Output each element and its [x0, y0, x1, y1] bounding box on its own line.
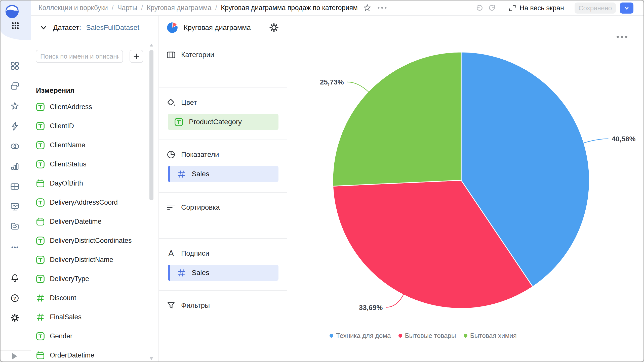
- rail-charts-icon[interactable]: [10, 161, 20, 171]
- field-name: Discount: [50, 294, 76, 302]
- string-field-icon: [36, 198, 45, 207]
- pie-chart: 40,58%33,69%25,73%: [287, 16, 644, 362]
- legend-item[interactable]: Бытовые товары: [398, 332, 456, 340]
- field-row[interactable]: OrderDatetime: [31, 346, 148, 361]
- scroll-up-icon[interactable]: [150, 44, 153, 47]
- settings-gear-icon[interactable]: [10, 313, 20, 323]
- color-field-chip[interactable]: ProductCategory: [168, 114, 278, 130]
- field-name: DeliveryAddressCoord: [50, 199, 118, 206]
- string-field-icon: [36, 332, 45, 341]
- field-row[interactable]: Discount: [31, 288, 148, 307]
- rail-divider: [1, 350, 31, 351]
- chart-type-header: Круговая диаграмма: [159, 16, 287, 40]
- field-row[interactable]: FinalSales: [31, 307, 148, 327]
- scroll-down-icon[interactable]: [150, 357, 153, 360]
- help-icon[interactable]: ?: [10, 293, 20, 303]
- string-field-icon: [36, 141, 45, 150]
- measure-field-chip[interactable]: Sales: [168, 166, 278, 182]
- labels-field-name: Sales: [192, 269, 209, 277]
- pie-slice[interactable]: [333, 52, 461, 186]
- field-row[interactable]: DayOfBirth: [31, 174, 148, 193]
- field-row[interactable]: DeliveryDistrictName: [31, 250, 148, 269]
- field-name: DeliveryDistrictCoordinates: [50, 237, 132, 245]
- string-field-icon: [36, 121, 45, 131]
- field-row[interactable]: DeliveryAddressCoord: [31, 193, 148, 212]
- section-filters[interactable]: Фильтры: [159, 291, 287, 340]
- pie-label-line: [347, 82, 369, 92]
- pie-percent-label: 33,69%: [359, 304, 383, 311]
- fullscreen-label[interactable]: На весь экран: [519, 4, 564, 12]
- rail-datasets-icon[interactable]: [10, 141, 20, 151]
- breadcrumb-more-icon[interactable]: [377, 6, 387, 9]
- filters-label: Фильтры: [181, 301, 210, 309]
- datalens-logo-icon[interactable]: [4, 4, 20, 20]
- legend-item[interactable]: Бытовая химия: [464, 332, 517, 340]
- pie-label-line: [583, 139, 608, 143]
- redo-icon[interactable]: [488, 4, 497, 13]
- rail-quick-actions-icon[interactable]: [10, 121, 20, 131]
- breadcrumb-item[interactable]: Коллекции и воркбуки: [38, 4, 108, 12]
- saved-button[interactable]: Сохранено: [575, 3, 616, 14]
- field-row[interactable]: ClientStatus: [31, 155, 148, 174]
- breadcrumb: Коллекции и воркбуки/Чарты/Круговая диаг…: [38, 4, 358, 12]
- rail-widgets-icon[interactable]: [10, 61, 20, 71]
- dataset-collapse-icon[interactable]: [39, 24, 48, 32]
- field-row[interactable]: DeliveryDistrictCoordinates: [31, 231, 148, 250]
- apps-grid-icon[interactable]: [10, 21, 21, 31]
- breadcrumb-separator: /: [141, 4, 143, 12]
- favorite-star-icon[interactable]: [363, 3, 372, 12]
- dataset-name-link[interactable]: SalesFullDataset: [86, 24, 139, 32]
- field-row[interactable]: ClientID: [31, 116, 148, 135]
- dataset-panel: Датасет: SalesFullDataset Измерения Clie…: [31, 16, 159, 361]
- add-field-button[interactable]: [130, 50, 143, 63]
- section-color[interactable]: Цвет ProductCategory: [159, 88, 287, 140]
- notifications-bell-icon[interactable]: [10, 273, 20, 283]
- rail-storage-icon[interactable]: [10, 221, 20, 231]
- number-field-icon: [36, 293, 45, 303]
- rail-favorites-icon[interactable]: [10, 101, 20, 111]
- chart-settings-gear-icon[interactable]: [269, 22, 279, 33]
- measures-label: Показатели: [181, 151, 219, 159]
- chevron-down-icon: [623, 5, 630, 11]
- field-row[interactable]: DeliveryType: [31, 269, 148, 288]
- field-row[interactable]: Gender: [31, 327, 148, 346]
- field-row[interactable]: ClientName: [31, 135, 148, 155]
- field-name: FinalSales: [50, 313, 82, 321]
- dataset-label: Датасет:: [53, 24, 81, 32]
- sort-label: Сортировка: [181, 203, 220, 211]
- field-row[interactable]: ClientAddress: [31, 97, 148, 116]
- chart-type-title[interactable]: Круговая диаграмма: [184, 24, 263, 32]
- breadcrumb-item[interactable]: Чарты: [117, 4, 137, 12]
- field-name: ClientID: [50, 122, 74, 130]
- section-sort[interactable]: Сортировка: [159, 193, 287, 239]
- pie-chart-type-icon[interactable]: [167, 22, 178, 33]
- scrollbar-thumb[interactable]: [149, 50, 153, 200]
- section-measures[interactable]: Показатели Sales: [159, 140, 287, 193]
- number-field-icon: [177, 268, 186, 278]
- section-categories[interactable]: Категории: [159, 40, 287, 88]
- string-field-icon: [36, 236, 45, 245]
- field-row[interactable]: DeliveryDatetime: [31, 212, 148, 231]
- labels-field-chip[interactable]: Sales: [168, 265, 278, 281]
- fields-scrollbar[interactable]: [149, 44, 153, 360]
- field-search-input[interactable]: [36, 50, 123, 63]
- save-menu-button[interactable]: [620, 3, 633, 14]
- svg-text:A: A: [168, 248, 174, 258]
- fullscreen-icon[interactable]: [508, 4, 517, 13]
- legend-label: Бытовые товары: [405, 332, 456, 340]
- measure-field-name: Sales: [192, 170, 209, 178]
- rail-expand-icon[interactable]: [12, 353, 17, 359]
- color-field-name: ProductCategory: [189, 118, 242, 126]
- rail-dashboards-icon[interactable]: [10, 202, 20, 212]
- string-field-icon: [36, 160, 45, 169]
- measures-icon: [166, 150, 176, 160]
- legend-item[interactable]: Техника для дома: [330, 332, 391, 340]
- undo-icon[interactable]: [474, 4, 483, 13]
- breadcrumb-item[interactable]: Круговая диаграмма: [147, 4, 211, 12]
- rail-collections-icon[interactable]: [10, 81, 20, 91]
- breadcrumb-item[interactable]: Круговая диаграмма продаж по категориям: [221, 4, 358, 12]
- section-labels[interactable]: A Подписи Sales: [159, 239, 287, 291]
- dimensions-title: Измерения: [36, 86, 74, 95]
- rail-tables-icon[interactable]: [10, 182, 20, 192]
- rail-more-icon[interactable]: [10, 242, 20, 252]
